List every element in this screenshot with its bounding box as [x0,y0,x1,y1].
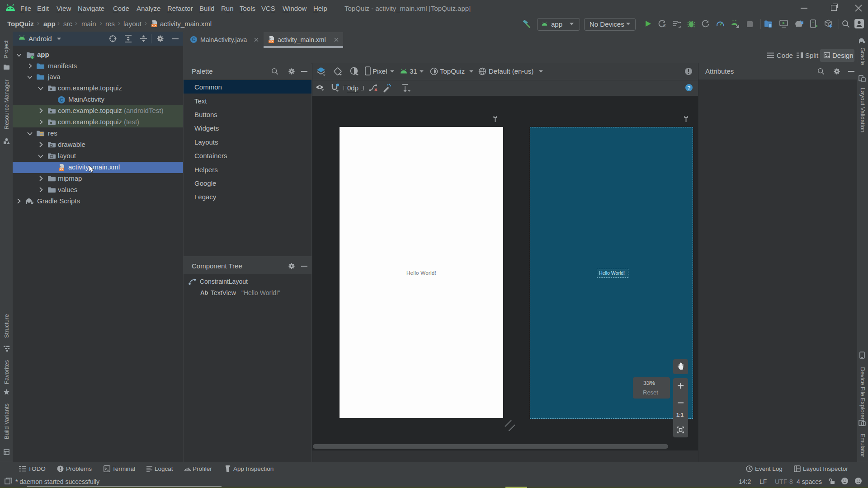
svg-text:<>: <> [269,40,273,43]
svg-text:A: A [663,23,665,28]
svg-text:C: C [192,37,196,42]
svg-text:<>: <> [152,24,156,27]
svg-text:C: C [60,97,63,103]
svg-text:?: ? [687,85,690,91]
svg-text:<>: <> [60,168,63,171]
